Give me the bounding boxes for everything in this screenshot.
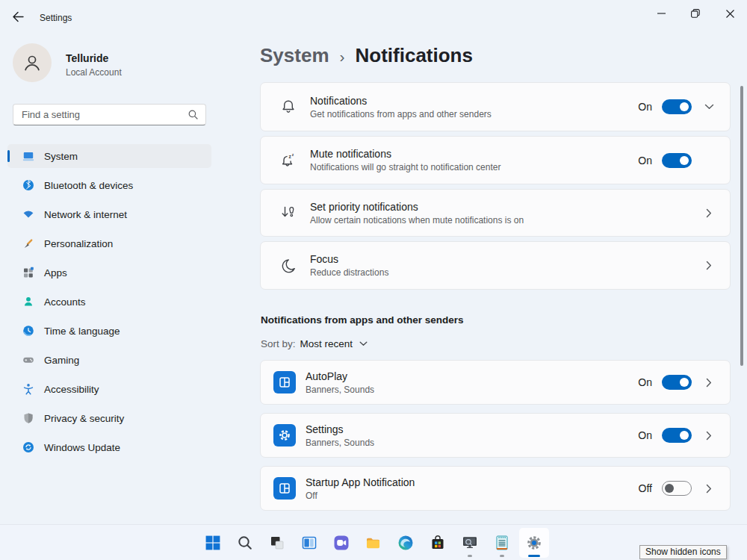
- sidebar-item-label: Privacy & security: [44, 413, 124, 424]
- app-name: Startup App Notification: [306, 476, 415, 488]
- app-row-autoplay[interactable]: AutoPlay Banners, Sounds On: [260, 360, 731, 405]
- app-subtitle: Off: [306, 491, 415, 501]
- file-explorer-icon: [365, 534, 382, 552]
- time-language-icon: [22, 325, 34, 337]
- restore-button[interactable]: [678, 0, 713, 27]
- autoplay-toggle[interactable]: [662, 375, 692, 390]
- notes-icon: [493, 534, 511, 552]
- taskbar-chat-button[interactable]: [326, 528, 356, 558]
- sidebar-item-label: Personalization: [44, 238, 113, 249]
- chevron-down-icon: [359, 341, 368, 346]
- sidebar-item-windows-update[interactable]: Windows Update: [7, 435, 211, 459]
- search-input[interactable]: [13, 109, 188, 120]
- app-name: Settings: [306, 423, 374, 435]
- taskbar-system-monitor-button[interactable]: [455, 528, 485, 558]
- settings-icon: [525, 534, 543, 552]
- notifications-card[interactable]: Notifications Get notifications from app…: [260, 82, 731, 131]
- sidebar-item-personalization[interactable]: Personalization: [7, 231, 211, 255]
- taskbar-widgets-button[interactable]: [294, 528, 324, 558]
- close-button[interactable]: [713, 0, 747, 27]
- sidebar-item-label: Accessibility: [44, 384, 99, 395]
- focus-card[interactable]: Focus Reduce distractions: [260, 241, 731, 290]
- snip-icon: [268, 534, 286, 552]
- sidebar-item-privacy-security[interactable]: Privacy & security: [7, 406, 211, 430]
- start-icon: [204, 534, 222, 552]
- card-title: Notifications: [310, 95, 492, 107]
- back-button[interactable]: [10, 10, 26, 23]
- window-title: Settings: [40, 13, 72, 23]
- mute-notifications-toggle[interactable]: [662, 153, 692, 168]
- sidebar-item-accessibility[interactable]: Accessibility: [7, 377, 211, 401]
- chevron-right-icon: [704, 208, 714, 218]
- taskbar-edge-button[interactable]: [391, 528, 421, 558]
- card-title: Mute notifications: [310, 148, 500, 160]
- toggle-state-label: On: [638, 101, 652, 113]
- chevron-right-icon: [704, 431, 714, 441]
- sidebar-item-label: Network & internet: [44, 209, 127, 220]
- sidebar-nav: System Bluetooth & devices Network & int…: [7, 144, 211, 464]
- chevron-right-icon: [704, 261, 714, 270]
- personalization-icon: [22, 237, 34, 249]
- search-icon: [236, 534, 254, 552]
- minimize-button[interactable]: [644, 0, 678, 27]
- sidebar-item-network-internet[interactable]: Network & internet: [7, 202, 211, 226]
- notifications-toggle[interactable]: [662, 99, 692, 114]
- sort-value[interactable]: Most recent: [300, 338, 353, 349]
- card-subtitle: Reduce distractions: [310, 267, 388, 278]
- app-name: AutoPlay: [306, 370, 374, 382]
- sidebar-item-time-language[interactable]: Time & language: [7, 319, 211, 343]
- taskbar-file-explorer-button[interactable]: [359, 528, 388, 558]
- breadcrumb: System › Notifications: [260, 43, 473, 68]
- startup-app-notification-toggle[interactable]: [662, 481, 692, 496]
- accounts-icon: [22, 296, 34, 308]
- close-icon: [726, 10, 734, 18]
- startup-app-icon: [273, 477, 296, 500]
- accessibility-icon: [22, 383, 34, 395]
- privacy-shield-icon: [22, 412, 34, 424]
- sidebar-item-accounts[interactable]: Accounts: [7, 290, 211, 314]
- sidebar-item-label: System: [44, 151, 78, 162]
- sidebar-item-label: Bluetooth & devices: [44, 180, 133, 191]
- card-title: Set priority notifications: [310, 201, 524, 213]
- show-hidden-icons-tooltip: Show hidden icons: [639, 545, 727, 559]
- toggle-state-label: Off: [639, 482, 652, 494]
- taskbar-search-button[interactable]: [230, 528, 260, 558]
- mute-notifications-card[interactable]: zz Mute notifications Notifications will…: [260, 136, 731, 184]
- toggle-state-label: On: [638, 376, 652, 388]
- app-row-settings[interactable]: Settings Banners, Sounds On: [260, 413, 731, 458]
- toggle-state-label: On: [638, 429, 652, 441]
- search-icon: [188, 110, 198, 119]
- sidebar-item-label: Windows Update: [44, 442, 120, 453]
- sidebar-item-bluetooth-devices[interactable]: Bluetooth & devices: [7, 173, 211, 197]
- settings-search-box[interactable]: [13, 104, 206, 125]
- store-icon: [429, 534, 447, 552]
- start-button[interactable]: [198, 528, 228, 558]
- moon-icon: [279, 257, 297, 275]
- sidebar-item-system[interactable]: System: [7, 144, 211, 168]
- breadcrumb-separator: ›: [340, 46, 345, 66]
- user-name: Telluride: [66, 52, 108, 64]
- bell-snooze-icon: zz: [279, 152, 297, 169]
- app-row-startup-app-notification[interactable]: Startup App Notification Off Off: [260, 466, 731, 511]
- sidebar-item-apps[interactable]: Apps: [7, 261, 211, 284]
- set-priority-notifications-card[interactable]: Set priority notifications Allow certain…: [260, 189, 731, 237]
- taskbar-store-button[interactable]: [423, 528, 453, 558]
- bell-icon: [279, 98, 297, 116]
- user-card[interactable]: [13, 43, 52, 82]
- breadcrumb-parent[interactable]: System: [260, 44, 329, 67]
- autoplay-icon: [273, 371, 296, 393]
- card-subtitle: Notifications will go straight to notifi…: [310, 162, 500, 172]
- sidebar-item-gaming[interactable]: Gaming: [7, 348, 211, 372]
- windows-update-icon: [22, 441, 34, 453]
- taskbar-notes-button[interactable]: [487, 528, 517, 558]
- chat-icon: [332, 534, 350, 552]
- widgets-icon: [300, 534, 318, 552]
- scrollbar[interactable]: [740, 86, 743, 366]
- chevron-down-icon[interactable]: [704, 104, 714, 110]
- taskbar-snip-app-button[interactable]: [262, 528, 292, 558]
- running-indicator: [500, 555, 504, 557]
- taskbar-settings-button[interactable]: [519, 528, 549, 558]
- sort-control[interactable]: Sort by: Most recent: [261, 338, 368, 349]
- settings-app-toggle[interactable]: [662, 428, 692, 443]
- card-title: Focus: [310, 253, 388, 265]
